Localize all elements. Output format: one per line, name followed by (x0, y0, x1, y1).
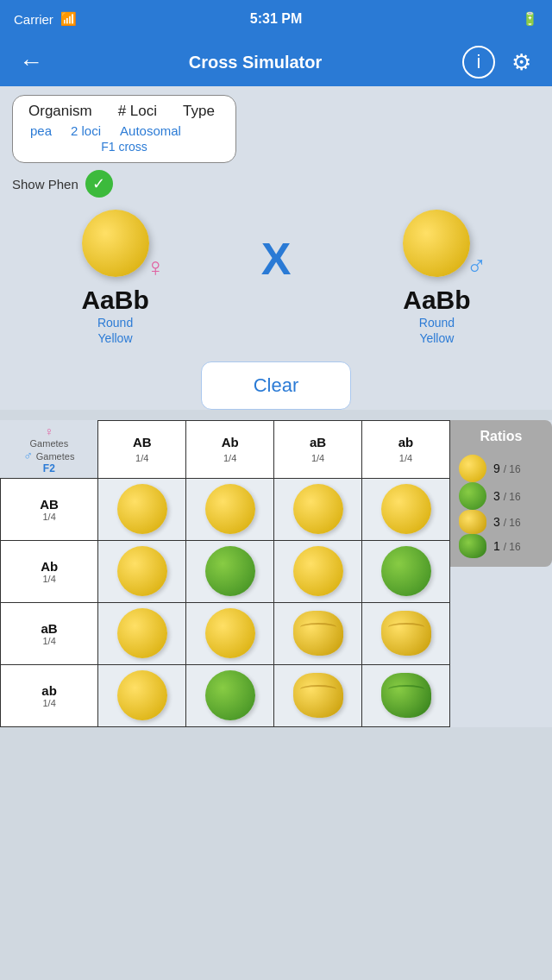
female-symbol: ♀ (146, 253, 166, 282)
organism-header: Organism # Loci Type (28, 103, 220, 120)
show-phen-label: Show Phen (12, 177, 78, 192)
row-header-ab: ab1/4 (1, 664, 98, 726)
nav-title: Cross Simulator (189, 53, 322, 72)
organism-values: pea 2 loci Autosomal (30, 123, 220, 138)
col-header-Ab: Ab 1/4 (186, 421, 274, 479)
status-left: Carrier 📶 (14, 11, 77, 27)
grid-cell-0-1 (186, 478, 274, 540)
grid-cell-0-3 (362, 478, 450, 540)
punnett-table: ♀ Gametes ♂ Gametes F2 AB 1/4 Ab 1/4 (0, 420, 450, 727)
grid-cell-2-0 (98, 602, 186, 664)
grid-cell-3-1 (186, 664, 274, 726)
ratio-row-green-w: 1 / 16 (459, 534, 543, 558)
grid-cell-0-0 (98, 478, 186, 540)
row-header-Ab: Ab1/4 (1, 540, 98, 602)
male-organism[interactable]: ♂ AaBb Round Yellow (393, 204, 480, 346)
grid-cell-1-2 (274, 540, 362, 602)
grid-cell-2-1 (186, 602, 274, 664)
cross-symbol: X (261, 233, 292, 285)
status-bar: Carrier 📶 5:31 PM 🔋 (0, 0, 552, 38)
grid-cell-0-2 (274, 478, 362, 540)
type-col-label: Type (183, 103, 215, 120)
ratio-value: 3 / 16 (493, 515, 521, 529)
grid-cell-3-0 (98, 664, 186, 726)
row-header-AB: AB1/4 (1, 478, 98, 540)
organism-col-label: Organism (28, 103, 92, 120)
corner-male-icon: ♂ Gametes (23, 449, 74, 462)
punnett-section: ♀ Gametes ♂ Gametes F2 AB 1/4 Ab 1/4 (0, 420, 552, 727)
loci-col-label: # Loci (118, 103, 157, 120)
corner-female-icon: ♀ (45, 424, 54, 438)
nav-bar: ← Cross Simulator i ⚙ (0, 38, 552, 86)
female-organism[interactable]: ♀ AaBb Round Yellow (72, 204, 159, 346)
ratio-pea-green-w (459, 534, 486, 558)
clear-btn-area: Clear (12, 361, 540, 410)
loci-value: 2 loci (71, 123, 101, 138)
col-header-ab: ab 1/4 (362, 421, 450, 479)
ratio-pea-yellow-w (459, 510, 486, 534)
ratio-value: 9 / 16 (493, 462, 521, 475)
corner-cell: ♀ Gametes ♂ Gametes F2 (4, 424, 95, 474)
female-phenotype: Round Yellow (97, 315, 133, 346)
female-image-container: ♀ (72, 204, 159, 282)
corner-f2-label: F2 (43, 462, 55, 474)
col-header-AB: AB 1/4 (98, 421, 186, 479)
ratio-pea-green (459, 482, 486, 510)
corner-female-gametes: Gametes (30, 438, 69, 449)
carrier-label: Carrier (14, 12, 53, 27)
back-button[interactable]: ← (14, 48, 48, 76)
male-image-container: ♂ (393, 204, 480, 282)
grid-cell-2-3 (362, 602, 450, 664)
female-pea (82, 210, 149, 277)
content: Organism # Loci Type pea 2 loci Autosoma… (0, 86, 552, 410)
nav-icons: i ⚙ (462, 46, 538, 79)
info-button[interactable]: i (462, 46, 495, 79)
female-genotype: AaBb (81, 286, 148, 315)
male-symbol: ♂ (466, 250, 486, 282)
male-phenotype: Round Yellow (419, 315, 455, 346)
col-header-aB: aB 1/4 (274, 421, 362, 479)
show-phen-row: Show Phen ✓ (12, 170, 540, 198)
ratios-list: 9 / 163 / 163 / 161 / 16 (459, 455, 543, 558)
ratios-title: Ratios (459, 429, 543, 444)
ratio-value: 3 / 16 (493, 489, 521, 503)
cross-label: F1 cross (28, 140, 220, 154)
grid-cell-1-1 (186, 540, 274, 602)
organism-box: Organism # Loci Type pea 2 loci Autosoma… (12, 95, 236, 163)
punnett-table-wrapper: ♀ Gametes ♂ Gametes F2 AB 1/4 Ab 1/4 (0, 420, 450, 727)
organism-value: pea (30, 123, 52, 138)
male-genotype: AaBb (403, 286, 470, 315)
battery-icon: 🔋 (522, 11, 538, 27)
row-header-aB: aB1/4 (1, 602, 98, 664)
male-pea (403, 210, 470, 277)
grid-cell-1-0 (98, 540, 186, 602)
wifi-icon: 📶 (60, 11, 77, 27)
ratio-pea-yellow (459, 455, 486, 482)
show-phen-checkbox[interactable]: ✓ (85, 170, 113, 198)
cross-area: ♀ AaBb Round Yellow X ♂ AaBb Round Yello… (12, 204, 540, 346)
ratio-row-green: 3 / 16 (459, 482, 543, 510)
ratios-panel: Ratios 9 / 163 / 163 / 161 / 16 (450, 420, 552, 567)
clear-button[interactable]: Clear (201, 361, 352, 410)
ratio-row-yellow: 9 / 16 (459, 455, 543, 482)
type-value: Autosomal (120, 123, 181, 138)
status-time: 5:31 PM (250, 11, 302, 27)
grid-cell-3-3 (362, 664, 450, 726)
ratio-value: 1 / 16 (493, 539, 521, 553)
grid-cell-2-2 (274, 602, 362, 664)
grid-cell-1-3 (362, 540, 450, 602)
settings-button[interactable]: ⚙ (505, 46, 538, 79)
ratio-row-yellow-w: 3 / 16 (459, 510, 543, 534)
grid-cell-3-2 (274, 664, 362, 726)
